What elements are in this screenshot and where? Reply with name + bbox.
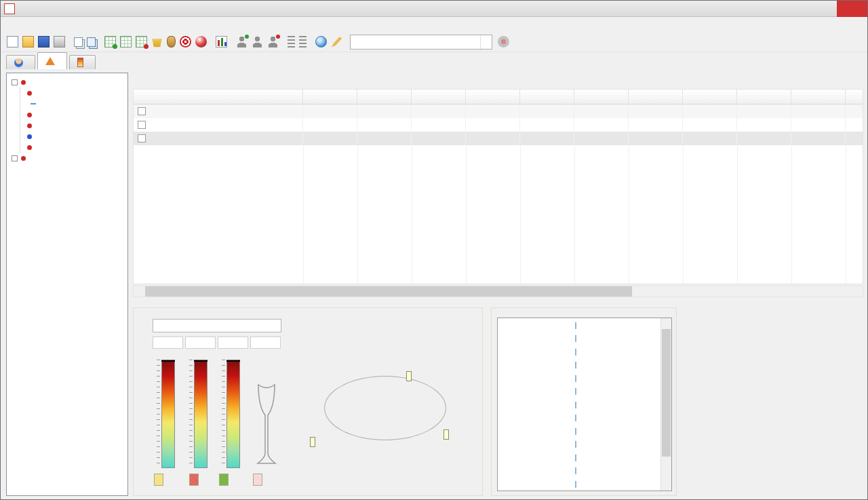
food-table (133, 89, 863, 284)
col-grassi-monoinsaturi[interactable] (737, 90, 791, 104)
col-carboidrati[interactable] (412, 90, 466, 104)
value-bar (575, 322, 576, 329)
copy-icon[interactable] (74, 37, 83, 47)
table-row-totals[interactable] (134, 132, 863, 145)
tree-day-node-collapsed[interactable] (7, 153, 127, 164)
food-table-icon[interactable] (120, 36, 132, 47)
col-kcal[interactable] (357, 90, 412, 104)
table-row[interactable] (134, 118, 863, 132)
close-button[interactable] (837, 1, 867, 17)
gauge-ticks (157, 360, 160, 468)
cell-value (629, 132, 683, 145)
remove-user-icon[interactable] (267, 36, 279, 47)
globe-icon[interactable] (315, 36, 327, 47)
user-icon[interactable] (252, 36, 263, 47)
horizontal-scrollbar[interactable] (133, 286, 863, 297)
tab-profilo-utente[interactable] (6, 55, 35, 69)
maximize-button[interactable] (816, 1, 837, 16)
row-checkbox[interactable] (138, 121, 146, 129)
col-proteine[interactable] (520, 90, 574, 104)
grassi-marker (226, 360, 240, 362)
tree-meal-1-spuntino[interactable] (20, 98, 127, 109)
sort-asc-icon[interactable] (288, 36, 295, 47)
value-bar (575, 455, 576, 461)
list-item[interactable] (498, 398, 660, 412)
basket-icon[interactable] (151, 36, 163, 47)
col-grassi-saturi[interactable] (683, 90, 737, 104)
cell-value (846, 118, 863, 132)
list-item[interactable] (498, 372, 660, 385)
sort-desc-icon[interactable] (299, 36, 307, 47)
collapse-icon[interactable] (12, 79, 18, 85)
meal-bullet-icon (27, 91, 32, 96)
col-grassi-polinsaturi[interactable] (791, 90, 846, 104)
expand-icon[interactable] (12, 155, 18, 161)
list-item[interactable] (498, 465, 660, 478)
apply-favorite-icon[interactable] (498, 36, 509, 47)
list-item[interactable] (498, 359, 660, 372)
row-checkbox[interactable] (138, 134, 146, 142)
col-alimento[interactable] (134, 90, 303, 104)
menu-modifica[interactable] (18, 23, 31, 26)
tree-meal-3-spuntino[interactable] (20, 142, 127, 153)
tree-day-node[interactable] (7, 77, 127, 88)
tab-dieta[interactable] (37, 52, 67, 69)
tree-meal-colazione[interactable] (20, 88, 127, 98)
col-cut-off[interactable] (846, 90, 863, 104)
scroll-down-icon[interactable] (661, 480, 671, 491)
menu-gestione-dieta[interactable] (31, 23, 43, 26)
tree-meal-2-spuntino[interactable] (20, 120, 127, 131)
tab-monitoraggio[interactable] (69, 55, 96, 69)
scroll-up-icon[interactable] (661, 318, 671, 328)
list-item[interactable] (498, 425, 660, 438)
list-item[interactable] (498, 438, 660, 452)
add-food-icon[interactable] (104, 36, 116, 47)
list-item[interactable] (498, 451, 660, 465)
open-folder-icon[interactable] (22, 36, 34, 47)
scroll-left-icon[interactable] (134, 286, 145, 296)
menu-help[interactable] (55, 23, 67, 26)
tree-meal-pranzo[interactable] (20, 109, 127, 120)
list-item[interactable] (498, 345, 660, 359)
list-item[interactable] (498, 332, 660, 346)
col-zuccheri[interactable] (466, 90, 520, 104)
menu-archivi[interactable] (43, 23, 55, 26)
cell-value (629, 104, 683, 118)
monitor-icon (77, 58, 83, 67)
list-item[interactable] (498, 478, 660, 490)
favorites-combobox[interactable] (350, 35, 492, 50)
new-document-icon[interactable] (7, 36, 18, 47)
cell-value (357, 132, 412, 145)
scroll-right-icon[interactable] (851, 286, 863, 296)
list-item[interactable] (498, 412, 660, 425)
meal-bullet-icon (27, 145, 32, 150)
grassi-gauge-bar (226, 360, 240, 468)
diet-tree (6, 73, 128, 496)
recipes-icon[interactable] (167, 36, 176, 47)
minimize-button[interactable] (796, 1, 816, 16)
target-icon[interactable] (180, 36, 191, 47)
list-item[interactable] (498, 319, 660, 332)
col-grassi[interactable] (629, 90, 683, 104)
save-icon[interactable] (38, 36, 50, 47)
tree-meal-cena[interactable] (20, 131, 127, 142)
add-user-icon[interactable] (236, 36, 248, 47)
list-item[interactable] (498, 385, 660, 399)
col-quantita[interactable] (303, 90, 357, 104)
vertical-scrollbar[interactable] (660, 318, 671, 491)
chevron-down-icon[interactable] (480, 35, 492, 49)
scrollbar-thumb[interactable] (145, 286, 632, 296)
scrollbar-thumb[interactable] (662, 329, 671, 457)
row-checkbox[interactable] (138, 107, 146, 115)
paste-icon[interactable] (87, 37, 96, 47)
print-icon[interactable] (54, 36, 65, 47)
menu-file[interactable] (6, 23, 18, 26)
cell-value (466, 118, 520, 132)
chart-icon[interactable] (216, 36, 227, 47)
edit-icon[interactable] (331, 36, 342, 47)
remove-food-icon[interactable] (136, 36, 147, 47)
table-row[interactable] (134, 104, 863, 118)
col-prot-animali[interactable] (574, 90, 629, 104)
cell-value (357, 104, 412, 118)
sport-icon[interactable] (195, 36, 207, 47)
